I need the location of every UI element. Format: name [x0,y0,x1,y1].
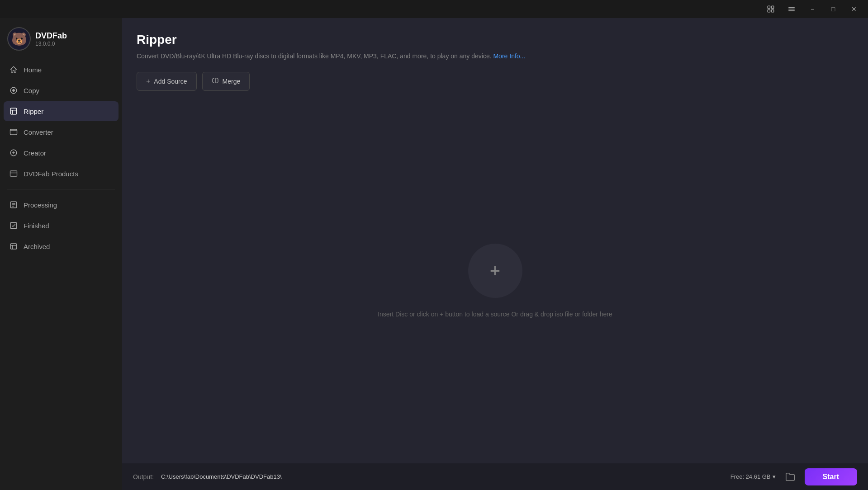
page-title: Ripper [137,33,854,47]
app-body: 🐻 DVDFab 13.0.0.0 Home [0,18,868,490]
minimize-button[interactable]: − [802,2,823,16]
page-description: Convert DVD/Blu-ray/4K Ultra HD Blu-ray … [137,52,854,61]
add-circle-button[interactable]: + [468,244,522,298]
svg-rect-2 [768,10,770,12]
sidebar-item-processing-label: Processing [24,201,57,209]
logo-text: DVDFab 13.0.0.0 [35,31,67,47]
sidebar-item-creator[interactable]: Creator [4,143,119,163]
plus-icon: + [146,77,150,85]
products-icon [9,169,18,178]
output-label: Output: [133,473,154,481]
sidebar-divider [7,189,115,189]
add-circle-plus-icon: + [490,262,500,280]
svg-rect-0 [768,6,770,8]
svg-rect-9 [10,108,17,114]
main-content: Ripper Convert DVD/Blu-ray/4K Ultra HD B… [122,18,868,490]
archived-icon [9,242,18,251]
free-space: Free: 24.61 GB ▾ [730,473,776,480]
drop-zone[interactable]: + Insert Disc or click on + button to lo… [137,98,854,463]
sidebar-item-dvdfab-products[interactable]: DVDFab Products [4,164,119,184]
output-path: C:\Users\fab\Documents\DVDFab\DVDFab13\ [161,473,723,480]
sidebar-item-home[interactable]: Home [4,60,119,80]
sidebar-item-copy[interactable]: Copy [4,80,119,100]
svg-point-8 [13,90,15,92]
maximize-button[interactable]: □ [823,2,844,16]
sidebar: 🐻 DVDFab 13.0.0.0 Home [0,18,122,490]
svg-rect-12 [10,129,17,135]
svg-rect-3 [772,10,774,12]
sidebar-bottom-nav: Processing Finished [0,195,122,256]
sidebar-item-finished[interactable]: Finished [4,216,119,236]
svg-rect-22 [10,244,17,249]
folder-button[interactable] [783,470,797,484]
toolbar: + Add Source Merge [137,72,854,91]
ripper-icon [9,107,18,116]
avatar: 🐻 [7,27,31,51]
titlebar: − □ ✕ [0,0,868,18]
sidebar-item-home-label: Home [24,66,42,74]
add-source-label: Add Source [154,78,187,85]
home-icon [9,65,18,74]
hamburger-icon-btn[interactable] [781,2,802,16]
sidebar-nav: Home Copy [0,60,122,184]
sidebar-item-dvdfab-products-label: DVDFab Products [24,170,78,178]
menu-icon-btn[interactable] [760,2,781,16]
finished-icon [9,221,18,230]
sidebar-item-copy-label: Copy [24,87,39,94]
close-button[interactable]: ✕ [844,2,864,16]
creator-icon [9,148,18,157]
sidebar-item-archived-label: Archived [24,243,50,250]
app-version: 13.0.0.0 [35,41,67,47]
dropdown-chevron-icon[interactable]: ▾ [773,473,776,480]
drop-hint: Insert Disc or click on + button to load… [378,311,612,318]
add-source-button[interactable]: + Add Source [137,72,197,91]
processing-icon [9,200,18,209]
sidebar-item-ripper-label: Ripper [24,108,43,115]
sidebar-item-converter[interactable]: Converter [4,122,119,142]
sidebar-item-finished-label: Finished [24,222,49,230]
sidebar-item-archived[interactable]: Archived [4,236,119,256]
app-name: DVDFab [35,31,67,41]
merge-icon [212,77,219,86]
sidebar-logo: 🐻 DVDFab 13.0.0.0 [0,22,122,60]
copy-icon [9,86,18,95]
converter-icon [9,127,18,137]
content-area: Ripper Convert DVD/Blu-ray/4K Ultra HD B… [122,18,868,463]
more-info-link[interactable]: More Info... [493,52,525,60]
svg-rect-15 [10,171,17,176]
footer-bar: Output: C:\Users\fab\Documents\DVDFab\DV… [122,463,868,490]
sidebar-item-ripper[interactable]: Ripper [4,101,119,121]
merge-button[interactable]: Merge [202,72,250,91]
svg-rect-1 [772,6,774,8]
sidebar-item-creator-label: Creator [24,149,46,157]
merge-label: Merge [223,78,241,85]
sidebar-item-converter-label: Converter [24,128,53,136]
sidebar-item-processing[interactable]: Processing [4,195,119,215]
start-button[interactable]: Start [805,468,857,485]
